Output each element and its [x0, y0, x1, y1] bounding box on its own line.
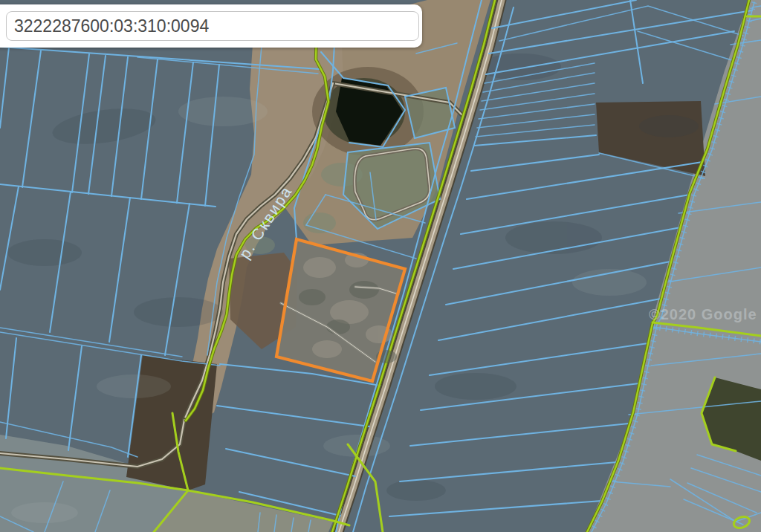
cadastral-map[interactable]: р. Сквира ©2020 Google — [0, 0, 761, 532]
google-watermark: ©2020 Google — [649, 306, 757, 322]
search-panel — [0, 4, 422, 48]
cadastral-search-input[interactable] — [6, 11, 419, 41]
map-viewport[interactable]: р. Сквира ©2020 Google — [0, 0, 761, 532]
